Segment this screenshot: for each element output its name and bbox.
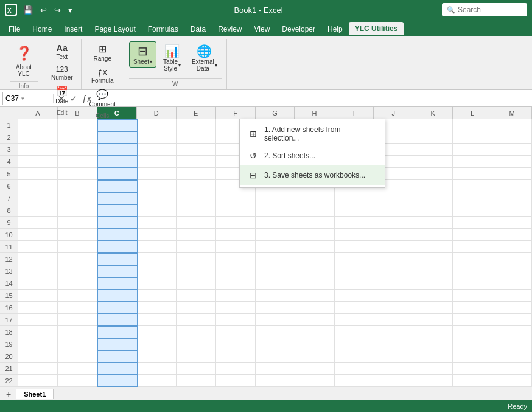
cell-i22[interactable] — [335, 375, 374, 387]
row-num-18[interactable]: 18 — [0, 326, 18, 338]
cell-k1[interactable] — [413, 119, 453, 131]
cell-e14[interactable] — [177, 277, 216, 290]
tab-file[interactable]: File — [2, 22, 26, 36]
row-num-8[interactable]: 8 — [0, 204, 18, 217]
cell-l12[interactable] — [453, 253, 492, 265]
cell-g9[interactable] — [256, 217, 295, 229]
cell-l6[interactable] — [453, 180, 492, 192]
cell-b15[interactable] — [58, 290, 97, 302]
cell-m7[interactable] — [492, 192, 532, 204]
cell-k20[interactable] — [413, 350, 453, 363]
about-ylc-btn[interactable]: ❓ AboutYLC — [10, 41, 38, 80]
col-header-d[interactable]: D — [137, 107, 177, 119]
cell-j8[interactable] — [374, 204, 414, 217]
cell-g13[interactable] — [256, 265, 295, 277]
cell-j16[interactable] — [374, 302, 414, 314]
cell-c11[interactable] — [97, 241, 138, 253]
cell-k4[interactable] — [413, 156, 453, 168]
cell-c17[interactable] — [97, 314, 138, 326]
tab-developer[interactable]: Developer — [276, 22, 321, 36]
cell-a20[interactable] — [18, 350, 58, 363]
cell-a13[interactable] — [18, 265, 58, 277]
cell-h7[interactable] — [295, 192, 335, 204]
cell-a1[interactable] — [18, 119, 58, 131]
cell-b8[interactable] — [58, 204, 97, 217]
cell-f16[interactable] — [216, 302, 256, 314]
cell-l2[interactable] — [453, 131, 492, 144]
cell-b6[interactable] — [58, 180, 97, 192]
cell-m22[interactable] — [492, 375, 532, 387]
cell-g7[interactable] — [256, 192, 295, 204]
cell-d4[interactable] — [138, 156, 177, 168]
row-num-22[interactable]: 22 — [0, 375, 18, 387]
cell-b16[interactable] — [58, 302, 97, 314]
cell-k9[interactable] — [413, 217, 453, 229]
cell-d10[interactable] — [138, 229, 177, 241]
cell-m18[interactable] — [492, 326, 532, 338]
cell-i8[interactable] — [335, 204, 374, 217]
cell-a2[interactable] — [18, 131, 58, 144]
cell-e22[interactable] — [177, 375, 216, 387]
cell-g14[interactable] — [256, 277, 295, 290]
cell-k21[interactable] — [413, 363, 453, 375]
cell-l1[interactable] — [453, 119, 492, 131]
cell-g17[interactable] — [256, 314, 295, 326]
cell-j22[interactable] — [374, 375, 414, 387]
cell-k22[interactable] — [413, 375, 453, 387]
cell-d22[interactable] — [138, 375, 177, 387]
col-header-g[interactable]: G — [256, 107, 295, 119]
cell-m6[interactable] — [492, 180, 532, 192]
row-num-12[interactable]: 12 — [0, 253, 18, 265]
cell-g21[interactable] — [256, 363, 295, 375]
cell-a18[interactable] — [18, 326, 58, 338]
cell-l17[interactable] — [453, 314, 492, 326]
cell-h10[interactable] — [295, 229, 335, 241]
cell-f11[interactable] — [216, 241, 256, 253]
row-num-4[interactable]: 4 — [0, 156, 18, 168]
cell-a15[interactable] — [18, 290, 58, 302]
cell-m9[interactable] — [492, 217, 532, 229]
cell-f10[interactable] — [216, 229, 256, 241]
cell-l11[interactable] — [453, 241, 492, 253]
cell-h16[interactable] — [295, 302, 335, 314]
cell-i11[interactable] — [335, 241, 374, 253]
cell-e9[interactable] — [177, 217, 216, 229]
cell-b10[interactable] — [58, 229, 97, 241]
cell-k2[interactable] — [413, 131, 453, 144]
cell-m13[interactable] — [492, 265, 532, 277]
cell-l9[interactable] — [453, 217, 492, 229]
cell-g19[interactable] — [256, 338, 295, 350]
cell-i10[interactable] — [335, 229, 374, 241]
cell-a6[interactable] — [18, 180, 58, 192]
cell-m14[interactable] — [492, 277, 532, 290]
date-btn[interactable]: 📅 Date — [48, 84, 76, 106]
col-header-m[interactable]: M — [492, 107, 532, 119]
cell-d7[interactable] — [138, 192, 177, 204]
cell-g15[interactable] — [256, 290, 295, 302]
cell-g11[interactable] — [256, 241, 295, 253]
cell-e10[interactable] — [177, 229, 216, 241]
cell-d14[interactable] — [138, 277, 177, 290]
cell-e7[interactable] — [177, 192, 216, 204]
cell-i14[interactable] — [335, 277, 374, 290]
cell-k10[interactable] — [413, 229, 453, 241]
cell-e17[interactable] — [177, 314, 216, 326]
cell-a19[interactable] — [18, 338, 58, 350]
row-num-20[interactable]: 20 — [0, 350, 18, 363]
cell-m3[interactable] — [492, 144, 532, 156]
cell-c3[interactable] — [97, 144, 138, 156]
cell-f22[interactable] — [216, 375, 256, 387]
cell-e19[interactable] — [177, 338, 216, 350]
cell-d15[interactable] — [138, 290, 177, 302]
tab-ylc-utilities[interactable]: YLC Utilities — [349, 22, 404, 36]
cell-d9[interactable] — [138, 217, 177, 229]
cell-f15[interactable] — [216, 290, 256, 302]
cell-i19[interactable] — [335, 338, 374, 350]
cell-c10[interactable] — [97, 229, 138, 241]
cell-l18[interactable] — [453, 326, 492, 338]
cell-j12[interactable] — [374, 253, 414, 265]
cell-d6[interactable] — [138, 180, 177, 192]
cell-b1[interactable] — [58, 119, 97, 131]
cell-e2[interactable] — [177, 131, 216, 144]
cell-b19[interactable] — [58, 338, 97, 350]
